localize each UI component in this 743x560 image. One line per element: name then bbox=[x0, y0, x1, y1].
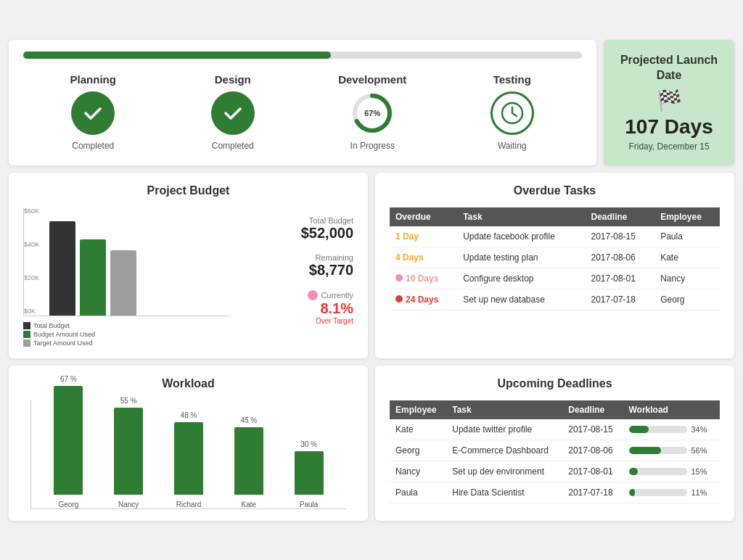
workload-bar bbox=[54, 386, 83, 495]
overall-progress-bar bbox=[23, 52, 582, 59]
phase-planning-icon bbox=[71, 91, 115, 135]
employee-cell: Kate bbox=[654, 247, 720, 268]
legend-total: Total Budget bbox=[23, 322, 230, 329]
workload-fill bbox=[629, 426, 649, 433]
currently-value: 8.1% bbox=[237, 300, 353, 317]
launch-panel: Projected Launch Date 🏁 107 Days Friday,… bbox=[604, 40, 734, 165]
bar-chart-area: $60K $40K $20K $0K bbox=[23, 207, 230, 316]
deadline-cell: 2017-08-15 bbox=[586, 226, 655, 247]
workload-bar-container: 15% bbox=[629, 467, 715, 476]
over-target-badge: Currently bbox=[237, 290, 353, 300]
phase-development-donut: 67% bbox=[350, 91, 394, 135]
phases-container: Planning Completed Design bbox=[23, 73, 582, 151]
legend-dot-target bbox=[23, 339, 30, 347]
workload-bar bbox=[174, 422, 203, 495]
total-budget-stat: Total Budget $52,000 bbox=[237, 216, 353, 242]
table-row: KateUpdate twitter profile2017-08-1534% bbox=[390, 419, 720, 440]
employee-cell: Nancy bbox=[654, 268, 720, 289]
workload-bar-name: Richard bbox=[176, 501, 201, 508]
launch-flag: 🏁 bbox=[657, 88, 682, 112]
workload-bar-name: Nancy bbox=[118, 501, 139, 508]
dl-col-deadline: Deadline bbox=[562, 400, 623, 419]
workload-bar-name: Paula bbox=[300, 501, 319, 508]
phase-design-status: Completed bbox=[212, 141, 254, 151]
budget-content: $60K $40K $20K $0K Total Budget bbox=[23, 207, 353, 347]
dl-workload-cell: 11% bbox=[623, 482, 721, 503]
dl-deadline-cell: 2017-08-06 bbox=[562, 440, 623, 461]
deadlines-title: Upcoming Deadlines bbox=[390, 377, 720, 390]
dl-employee-cell: Nancy bbox=[390, 461, 446, 482]
remaining-stat: Remaining $8,770 bbox=[237, 253, 353, 279]
deadline-cell: 2017-07-18 bbox=[586, 289, 655, 310]
workload-bar bbox=[234, 427, 263, 495]
dashboard: Planning Completed Design bbox=[9, 40, 734, 521]
progress-bar-bg bbox=[23, 52, 582, 59]
legend-dot-used bbox=[23, 331, 30, 338]
phase-design: Design Completed bbox=[197, 73, 269, 151]
table-row: 10 DaysConfigure desktop2017-08-01Nancy bbox=[390, 268, 720, 289]
legend-used: Budget Amount Used bbox=[23, 331, 230, 338]
workload-bg bbox=[629, 426, 687, 433]
col-deadline: Deadline bbox=[586, 207, 655, 226]
workload-bar-group: 48 %Richard bbox=[174, 411, 203, 508]
legend-used-label: Budget Amount Used bbox=[33, 331, 95, 338]
workload-bar-pct: 45 % bbox=[240, 416, 257, 424]
workload-bar-pct: 48 % bbox=[181, 411, 197, 419]
dl-employee-cell: Kate bbox=[390, 419, 446, 440]
workload-bg bbox=[629, 447, 687, 454]
progress-bar-fill bbox=[23, 52, 331, 59]
task-cell: Configure desktop bbox=[457, 268, 585, 289]
deadline-cell: 2017-08-06 bbox=[586, 247, 655, 268]
middle-section: Project Budget $60K $40K $20K $0K bbox=[9, 173, 734, 358]
phase-testing-status: Waiting bbox=[498, 141, 527, 151]
remaining-label: Remaining bbox=[237, 253, 353, 262]
overdue-cell: 1 Day bbox=[390, 226, 457, 247]
total-budget-label: Total Budget bbox=[237, 216, 353, 225]
overdue-badge: 10 Days bbox=[406, 273, 438, 284]
phase-planning-label: Planning bbox=[70, 73, 116, 86]
overdue-dot bbox=[395, 274, 403, 281]
overdue-cell: 24 Days bbox=[390, 289, 457, 310]
workload-bar-pct: 55 % bbox=[120, 397, 137, 405]
y-label-0k: $0K bbox=[24, 308, 39, 315]
pink-dot bbox=[308, 290, 318, 300]
phase-design-icon bbox=[211, 91, 255, 135]
dl-task-cell: Hire Data Scientist bbox=[446, 482, 562, 503]
overdue-title: Overdue Tasks bbox=[390, 184, 720, 197]
dl-employee-cell: Georg bbox=[390, 440, 446, 461]
overdue-badge: 4 Days bbox=[395, 252, 424, 263]
workload-bar-container: 11% bbox=[629, 488, 715, 497]
workload-bg bbox=[629, 489, 687, 496]
phase-development: Development 67% In Progress bbox=[336, 73, 409, 151]
overdue-panel: Overdue Tasks Overdue Task Deadline Empl… bbox=[375, 173, 734, 358]
workload-pct-label: 34% bbox=[691, 425, 707, 434]
launch-date: Friday, December 15 bbox=[628, 141, 709, 152]
phase-development-status: In Progress bbox=[350, 141, 395, 151]
budget-title: Project Budget bbox=[23, 184, 353, 197]
workload-pct-label: 15% bbox=[691, 467, 707, 476]
dl-deadline-cell: 2017-08-15 bbox=[562, 419, 623, 440]
legend-target-label: Target Amount Used bbox=[33, 339, 93, 347]
employee-cell: Paula bbox=[654, 226, 720, 247]
phase-testing-label: Testing bbox=[493, 73, 531, 86]
phase-development-label: Development bbox=[338, 73, 406, 86]
table-row: 1 DayUpdate facebook profile2017-08-15Pa… bbox=[390, 226, 720, 247]
table-row: 24 DaysSet up new database2017-07-18Geor… bbox=[390, 289, 720, 310]
donut-percent: 67% bbox=[364, 109, 380, 118]
y-label-60k: $60K bbox=[24, 207, 39, 215]
budget-stats: Total Budget $52,000 Remaining $8,770 Cu… bbox=[237, 216, 353, 347]
workload-bar-name: Georg bbox=[58, 501, 78, 508]
phase-planning-status: Completed bbox=[72, 141, 114, 151]
workload-pct-label: 56% bbox=[691, 446, 707, 455]
table-row: 4 DaysUpdate testing plan2017-08-06Kate bbox=[390, 247, 720, 268]
remaining-value: $8,770 bbox=[237, 262, 353, 279]
deadlines-table: Employee Task Deadline Workload KateUpda… bbox=[390, 400, 720, 503]
workload-bar-group: 45 %Kate bbox=[234, 416, 263, 508]
dl-workload-cell: 15% bbox=[623, 461, 721, 482]
total-budget-value: $52,000 bbox=[237, 225, 353, 242]
bar-total-budget bbox=[49, 221, 75, 316]
workload-bar bbox=[295, 451, 324, 495]
phase-testing: Testing Waiting bbox=[476, 73, 549, 151]
workload-panel: Workload 67 %Georg55 %Nancy48 %Richard45… bbox=[9, 366, 368, 521]
workload-bar bbox=[114, 408, 143, 495]
